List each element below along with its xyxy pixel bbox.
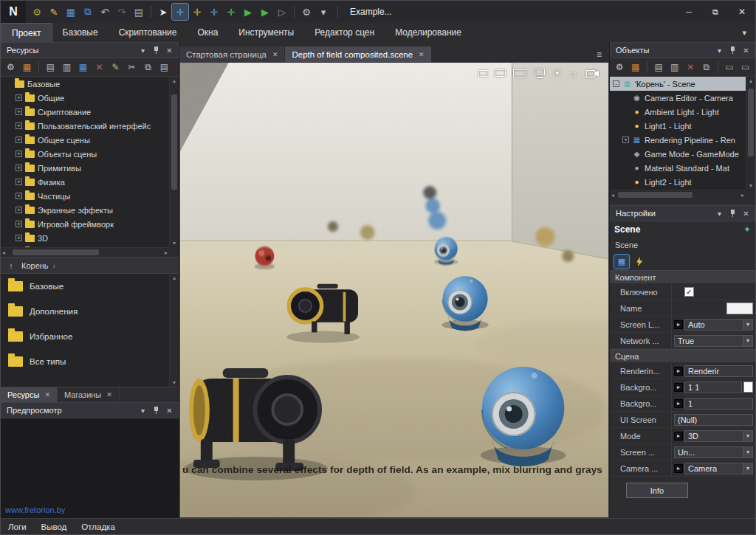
screen-size-medium-icon[interactable] xyxy=(495,69,506,77)
menu-item-скриптование[interactable]: Скриптование xyxy=(109,23,188,42)
screen-size-small-icon[interactable] xyxy=(478,70,487,77)
pin-icon[interactable] xyxy=(727,45,738,56)
modules-icon[interactable]: ▦ xyxy=(19,60,35,75)
scroll-up-icon[interactable]: ▴ xyxy=(748,77,754,85)
menu-overflow-icon[interactable]: ▾ xyxy=(733,23,755,42)
new-object-icon[interactable]: ▤ xyxy=(651,60,667,75)
save-icon[interactable]: ▦ xyxy=(63,4,79,20)
resources-tree-vscrollbar[interactable]: ▴ ▾ xyxy=(169,77,179,247)
scroll-left-icon[interactable]: ◂ xyxy=(610,191,616,199)
tree-item[interactable]: +Игровой фреймворк xyxy=(1,217,169,231)
expander-icon[interactable]: - xyxy=(613,80,619,87)
expander-icon[interactable]: + xyxy=(16,179,22,185)
properties-tab-icon[interactable]: ▦ xyxy=(614,255,629,269)
screen-size-large-icon[interactable] xyxy=(513,69,526,77)
expander-icon[interactable]: + xyxy=(622,137,629,143)
text-input[interactable]: 1 1 xyxy=(684,382,742,393)
expander-icon[interactable]: + xyxy=(16,207,22,213)
scroll-down-icon[interactable]: ▾ xyxy=(171,239,177,247)
tree-item[interactable]: +Физика xyxy=(1,175,169,189)
list-item[interactable]: Базовые xyxy=(1,274,169,299)
tree-item[interactable]: +Экранные эффекты xyxy=(1,203,169,217)
save-all-icon[interactable]: ⧉ xyxy=(80,4,96,20)
new-resource-icon[interactable]: ✎ xyxy=(46,4,62,20)
minimize-button[interactable]: ─ xyxy=(676,1,702,23)
duplicate-icon[interactable]: ▤ xyxy=(131,4,147,20)
delete-object-icon[interactable]: ✕ xyxy=(683,60,698,75)
save-resource-icon[interactable]: ▦ xyxy=(75,60,91,75)
dock-tab-магазины[interactable]: Магазины✕ xyxy=(58,387,120,402)
tree-item[interactable]: ●Light2 - Light xyxy=(610,175,746,189)
menu-item-окна[interactable]: Окна xyxy=(187,23,228,42)
dock-splitter[interactable] xyxy=(610,199,755,205)
menu-item-базовые[interactable]: Базовые xyxy=(52,23,109,42)
checkbox[interactable]: ✓ xyxy=(684,287,694,297)
import-icon[interactable]: ▥ xyxy=(59,60,75,75)
tree-item[interactable]: -▦'Корень' - Scene xyxy=(610,77,746,91)
scroll-up-icon[interactable]: ▴ xyxy=(171,274,177,282)
expander-button[interactable]: ▸ xyxy=(674,399,683,408)
dropdown[interactable]: Camera▾ xyxy=(684,463,753,474)
document-tab[interactable]: Depth of field composited.scene✕ xyxy=(285,46,431,62)
tools-menu-icon[interactable]: ⚙ xyxy=(298,4,315,20)
close-button[interactable]: ✕ xyxy=(729,1,755,23)
scroll-right-icon[interactable]: ▸ xyxy=(740,191,746,199)
text-input[interactable]: (Null) xyxy=(674,414,753,426)
close-icon[interactable]: ✕ xyxy=(272,51,278,58)
tree-item[interactable]: ◉Camera Editor - Camera xyxy=(610,91,746,105)
delete-resource-icon[interactable]: ✕ xyxy=(92,60,107,75)
color-swatch[interactable] xyxy=(743,382,753,393)
tree-item[interactable]: +Примитивы xyxy=(1,161,169,175)
duplicate-object-icon[interactable]: ⧉ xyxy=(698,60,714,75)
paste-icon[interactable]: ▤ xyxy=(157,60,172,75)
status-item-отладка[interactable]: Отладка xyxy=(81,522,114,531)
tab-list-icon[interactable]: ≡ xyxy=(589,46,609,62)
preview-link[interactable]: www.fretorion.by xyxy=(5,505,65,514)
tools-icon[interactable]: ⚙ xyxy=(612,60,628,75)
menu-item-проект[interactable]: Проект xyxy=(1,23,52,42)
tree-item[interactable]: Базовые xyxy=(1,77,169,91)
scroll-right-icon[interactable]: ▸ xyxy=(163,249,169,257)
tree-item[interactable]: ●Light1 - Light xyxy=(610,119,746,133)
sun-bright-icon[interactable]: ☀ xyxy=(553,68,563,78)
close-icon[interactable]: ✕ xyxy=(419,51,425,58)
list-item[interactable]: Дополнения xyxy=(1,299,169,324)
tree-item[interactable]: +Скриптование xyxy=(1,105,169,119)
expander-icon[interactable]: + xyxy=(16,235,22,241)
toolbar-dropdown-icon[interactable]: ▾ xyxy=(315,4,331,20)
engine-config-icon[interactable]: ⚙ xyxy=(29,4,45,20)
play-scene-icon[interactable]: ▶ xyxy=(257,4,273,20)
list-item[interactable]: Избранное xyxy=(1,324,169,349)
pin-icon[interactable] xyxy=(727,208,738,219)
tree-item[interactable]: +3D xyxy=(1,231,169,245)
dropdown[interactable]: 3D▾ xyxy=(684,430,753,442)
list-item[interactable]: Все типы xyxy=(1,349,169,374)
close-icon[interactable]: ✕ xyxy=(164,405,175,416)
scroll-down-icon[interactable]: ▾ xyxy=(748,182,754,190)
resources-tree-hscrollbar[interactable]: ◂ ▸ xyxy=(1,247,169,257)
chevron-down-icon[interactable]: ▾ xyxy=(137,405,148,416)
expander-icon[interactable]: + xyxy=(16,151,22,157)
text-input[interactable]: Renderir xyxy=(684,365,753,377)
close-icon[interactable]: ✕ xyxy=(106,391,112,398)
menu-item-редактор сцен[interactable]: Редактор сцен xyxy=(304,23,385,42)
select-tool-icon[interactable]: ➤ xyxy=(155,4,171,20)
copy-icon[interactable]: ⧉ xyxy=(140,60,156,75)
scroll-left-icon[interactable]: ◂ xyxy=(1,249,7,257)
chevron-down-icon[interactable]: ▾ xyxy=(714,208,725,219)
display-icon[interactable] xyxy=(534,69,546,78)
transform-tool-icon[interactable]: ✛ xyxy=(223,4,239,20)
dropdown[interactable]: True▾ xyxy=(674,335,753,347)
expander-icon[interactable]: + xyxy=(16,193,22,199)
expander-button[interactable]: ▸ xyxy=(674,464,683,473)
close-icon[interactable]: ✕ xyxy=(44,391,50,398)
move-tool-icon[interactable]: ✛ xyxy=(172,4,188,20)
sun-dim-icon[interactable]: ☼ xyxy=(569,69,578,78)
tree-item[interactable]: +▦Rendering Pipeline - Ren xyxy=(610,133,746,147)
status-item-вывод[interactable]: Вывод xyxy=(41,522,67,531)
close-icon[interactable]: ✕ xyxy=(740,45,752,56)
pin-icon[interactable] xyxy=(151,45,162,56)
undo-icon[interactable]: ↶ xyxy=(97,4,113,20)
chevron-down-icon[interactable]: ▾ xyxy=(714,45,725,56)
tree-item[interactable]: ◆Game Mode - GameMode xyxy=(610,147,746,161)
